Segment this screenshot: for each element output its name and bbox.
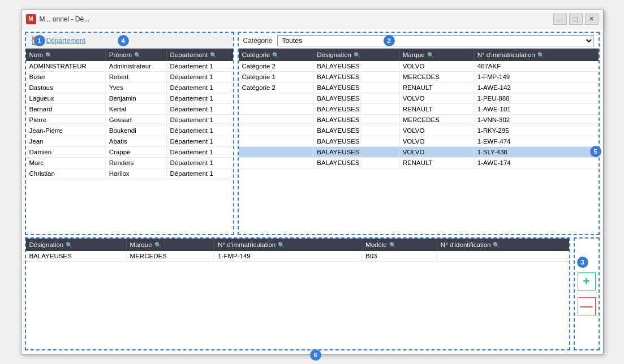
cell-designation: BALAYEUSES (313, 83, 399, 93)
cell-marque: RENAULT (399, 104, 474, 115)
cell-immatriculation: 1-AWE-142 (474, 83, 598, 93)
cell-prenom: Benjamin (105, 93, 166, 104)
table-row[interactable]: BALAYEUSESVOLVO1-PEU-888 (239, 93, 599, 104)
table-row[interactable]: DamienCrappeDépartement 1 (26, 147, 233, 158)
cell-categorie (239, 125, 313, 136)
col-immat: N° d'immatriculation🔍 (474, 49, 598, 61)
right-panel: Catégorie Toutes Catégorie🔍 Désignation🔍… (238, 32, 600, 235)
minimize-button[interactable]: — (553, 14, 567, 25)
category-bar: Catégorie Toutes (239, 33, 599, 49)
col-b-marque: Marque🔍 (126, 239, 214, 251)
col-b-designation: Désignation🔍 (26, 239, 127, 251)
cell-marque: VOLVO (399, 61, 474, 72)
side-buttons-panel: + — (574, 237, 600, 350)
content-area: 🏠 Département Nom🔍 Prénom🔍 Departement🔍 (21, 28, 603, 354)
col-designation: Désignation🔍 (313, 49, 399, 61)
table-row[interactable]: BALAYEUSESVOLVO1-RKY-295 (239, 125, 599, 136)
cell-nom: Bernard (26, 104, 106, 115)
cell-designation: BALAYEUSES (313, 61, 399, 72)
search-dept-icon[interactable]: 🔍 (210, 52, 217, 58)
cell-nom: Lagueux (26, 93, 106, 104)
cell-departement: Département 1 (166, 83, 233, 93)
cell-designation: BALAYEUSES (313, 93, 399, 104)
cell-categorie (239, 93, 313, 104)
cell-categorie: Catégorie 2 (239, 83, 313, 93)
search-cat-icon[interactable]: 🔍 (272, 52, 279, 58)
table-row[interactable]: BALAYEUSESRENAULT1-AWE-174 (239, 158, 599, 168)
cell-departement: Département 1 (166, 136, 233, 147)
remove-button[interactable]: — (578, 297, 596, 315)
table-row[interactable]: BALAYEUSESVOLVO1-EWF-474 (239, 136, 599, 147)
table-row[interactable]: JeanAbatisDépartement 1 (26, 136, 233, 147)
search-b-immat-icon[interactable]: 🔍 (278, 242, 285, 248)
cell-prenom: Boukendi (105, 125, 166, 136)
cell-departement: Département 1 (166, 158, 233, 168)
close-button[interactable]: ✕ (585, 14, 599, 25)
category-select[interactable]: Toutes (277, 35, 594, 46)
table-row[interactable]: ChristianHariloxDépartement 1 (26, 168, 233, 179)
cell-departement: Département 1 (166, 147, 233, 158)
table-row[interactable]: BALAYEUSESRENAULT1-AWE-101 (239, 104, 599, 115)
cell-marque: MERCEDES (399, 115, 474, 125)
table-row[interactable]: ADMINISTRATEURAdministrateurDépartement … (26, 61, 233, 72)
search-b-desig-icon[interactable]: 🔍 (66, 242, 72, 248)
department-link[interactable]: Département (46, 37, 85, 45)
bottom-row: Désignation🔍 Marque🔍 N° d'immatriculatio… (25, 237, 600, 350)
search-marque-icon[interactable]: 🔍 (427, 52, 434, 58)
table-row[interactable]: BALAYEUSESVOLVO1-SLY-438 (239, 147, 599, 158)
table-row[interactable]: MarcRendersDépartement 1 (26, 158, 233, 168)
table-row[interactable]: BizierRobertDépartement 1 (26, 72, 233, 83)
cell-immatriculation: 467AKF (474, 61, 598, 72)
table-row[interactable]: BALAYEUSESMERCEDES1-VNN-302 (239, 115, 599, 125)
cell-prenom: Kertal (105, 104, 166, 115)
table-row[interactable]: Catégorie 2BALAYEUSESVOLVO467AKF (239, 61, 599, 72)
bottom-table-wrapper: Désignation🔍 Marque🔍 N° d'immatriculatio… (26, 239, 569, 349)
cell-prenom: Crappe (105, 147, 166, 158)
cell-prenom: Administrateur (105, 61, 166, 72)
search-b-id-icon[interactable]: 🔍 (493, 242, 500, 248)
cell-nom: Jean-Pierre (26, 125, 106, 136)
cell-nom: Marc (26, 158, 106, 168)
cell-immatriculation: 1-PEU-888 (474, 93, 598, 104)
cell-immatriculation: 1-AWE-174 (474, 158, 598, 168)
table-row[interactable]: Catégorie 1BALAYEUSESMERCEDES1-FMP-149 (239, 72, 599, 83)
cell-marque: RENAULT (399, 83, 474, 93)
cell-nom: Bizier (26, 72, 106, 83)
table-row[interactable]: PierreGossartDépartement 1 (26, 115, 233, 125)
search-immat-icon[interactable]: 🔍 (537, 52, 544, 58)
personnel-table: Nom🔍 Prénom🔍 Departement🔍 ADMINISTRATEUR… (26, 49, 233, 179)
cell-identification (437, 251, 569, 262)
table-row[interactable]: Catégorie 2BALAYEUSESRENAULT1-AWE-142 (239, 83, 599, 93)
main-window: 1 2 3 4 5 6 M M... onnel - Dé... — □ ✕ 🏠… (21, 10, 604, 354)
top-row: 🏠 Département Nom🔍 Prénom🔍 Departement🔍 (25, 32, 600, 235)
table-row[interactable]: BALAYEUSESMERCEDES1-FMP-149B03 (26, 251, 569, 262)
cell-marque: RENAULT (399, 158, 474, 168)
search-b-modele-icon[interactable]: 🔍 (389, 242, 396, 248)
search-nom-icon[interactable]: 🔍 (45, 52, 52, 58)
cell-departement: Département 1 (166, 72, 233, 83)
cell-prenom: Renders (105, 158, 166, 168)
table-row[interactable]: LagueuxBenjaminDépartement 1 (26, 93, 233, 104)
col-marque: Marque🔍 (399, 49, 474, 61)
left-table-header: Nom🔍 Prénom🔍 Departement🔍 (26, 49, 233, 61)
table-row[interactable]: Jean-PierreBoukendiDépartement 1 (26, 125, 233, 136)
add-button[interactable]: + (578, 272, 596, 291)
search-desig-icon[interactable]: 🔍 (354, 52, 360, 58)
badge-1: 1 (34, 35, 45, 46)
cell-prenom: Gossart (105, 115, 166, 125)
table-row[interactable]: DastousYvesDépartement 1 (26, 83, 233, 93)
table-row[interactable]: BernardKertalDépartement 1 (26, 104, 233, 115)
cell-immatriculation: 1-AWE-101 (474, 104, 598, 115)
personnel-table-body: ADMINISTRATEURAdministrateurDépartement … (26, 61, 233, 179)
badge-2: 2 (384, 35, 395, 46)
search-prenom-icon[interactable]: 🔍 (134, 52, 141, 58)
search-b-marque-icon[interactable]: 🔍 (154, 242, 161, 248)
cell-departement: Département 1 (166, 93, 233, 104)
cell-designation: BALAYEUSES (313, 147, 399, 158)
cell-categorie (239, 115, 313, 125)
maximize-button[interactable]: □ (569, 14, 583, 25)
cell-immatriculation: 1-FMP-149 (214, 251, 362, 262)
cell-prenom: Abatis (105, 136, 166, 147)
cell-designation: BALAYEUSES (313, 136, 399, 147)
engin-table: Catégorie🔍 Désignation🔍 Marque🔍 N° d'imm… (239, 49, 599, 168)
